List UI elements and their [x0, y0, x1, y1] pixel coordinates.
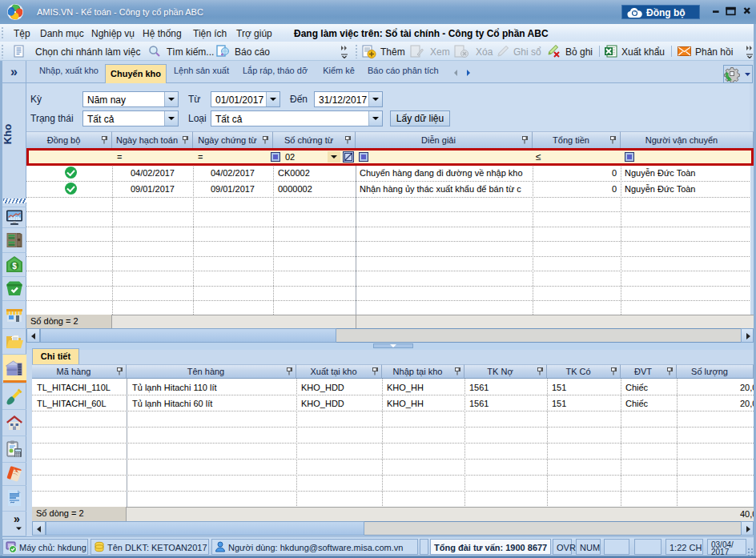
svg-text:$: $ [12, 262, 17, 271]
